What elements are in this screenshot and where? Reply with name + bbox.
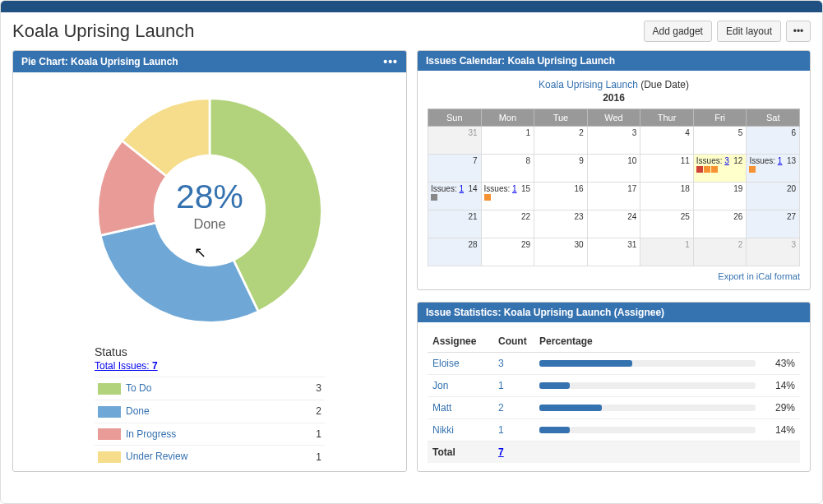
assignee-link[interactable]: Nikki [432,424,454,436]
stats-row: Matt229% [428,397,800,419]
donut-chart[interactable]: 28% Done ↖ [86,87,333,334]
calendar-day[interactable]: 12Issues: 3 [693,155,747,183]
dashboard-header: Koala Uprising Launch Add gadget Edit la… [1,12,822,50]
stats-gadget-title: Issue Statistics: Koala Uprising Launch … [426,307,664,318]
calendar-day[interactable]: 7 [428,155,482,183]
add-gadget-button[interactable]: Add gadget [644,21,712,42]
count-link[interactable]: 2 [498,402,504,414]
pie-gadget-menu-icon[interactable]: ••• [383,55,398,68]
weekday-header: Fri [693,109,747,127]
day-number: 14 [468,184,477,193]
day-number: 2 [738,240,743,249]
calendar-table: SunMonTueWedThurFriSat 31123456789101112… [428,109,800,266]
count-link[interactable]: 1 [498,424,504,436]
calendar-day[interactable]: 13Issues: 1 [747,155,800,183]
day-number: 9 [579,156,584,165]
total-issues-prefix: Total Issues: [95,360,152,372]
day-number: 6 [791,128,796,137]
calendar-day[interactable]: 15Issues: 1 [481,183,534,210]
calendar-day[interactable]: 5 [693,127,747,155]
issues-count-link[interactable]: 1 [512,184,517,193]
weekday-header: Sun [428,109,482,127]
calendar-day[interactable]: 9 [534,155,588,183]
edit-layout-button[interactable]: Edit layout [717,21,781,42]
count-link[interactable]: 1 [498,380,504,391]
calendar-day[interactable]: 2 [693,238,747,266]
pie-chart-gadget: Pie Chart: Koala Uprising Launch ••• 28%… [12,50,407,472]
day-number: 4 [685,128,690,137]
calendar-day[interactable]: 19 [693,183,747,210]
issue-statistics-gadget: Issue Statistics: Koala Uprising Launch … [417,302,811,472]
status-count: 1 [300,423,325,446]
status-row: Under Review1 [95,446,325,468]
calendar-day[interactable]: 24 [587,210,640,238]
day-number: 26 [733,212,742,221]
calendar-day[interactable]: 26 [693,210,747,238]
count-link[interactable]: 3 [498,358,504,369]
assignee-link[interactable]: Eloise [432,358,460,369]
status-link[interactable]: Under Review [126,451,187,462]
percent-value: 43% [761,353,800,375]
status-link[interactable]: To Do [126,382,151,394]
cursor-icon: ↖ [194,244,206,261]
issues-count-label: Issues: [431,184,459,193]
calendar-day[interactable]: 14Issues: 1 [428,183,482,210]
total-count-link[interactable]: 7 [498,446,504,458]
calendar-day[interactable]: 2 [534,127,588,155]
status-row: To Do3 [95,377,325,400]
calendar-gadget-title: Issues Calendar: Koala Uprising Launch [426,55,615,67]
issues-count-link[interactable]: 1 [778,156,783,165]
day-number: 28 [468,240,477,249]
calendar-day[interactable]: 31 [587,238,640,266]
calendar-day[interactable]: 8 [481,155,534,183]
col-percentage: Percentage [534,331,761,353]
calendar-day[interactable]: 28 [428,238,482,266]
issues-calendar-gadget: Issues Calendar: Koala Uprising Launch K… [417,50,811,290]
calendar-day[interactable]: 3 [747,238,800,266]
assignee-link[interactable]: Matt [432,402,451,414]
calendar-day[interactable]: 29 [481,238,534,266]
calendar-day[interactable]: 30 [534,238,588,266]
calendar-day[interactable]: 4 [640,127,694,155]
issue-block [431,194,437,201]
calendar-day[interactable]: 20 [747,183,800,210]
calendar-day[interactable]: 6 [747,127,800,155]
calendar-day[interactable]: 31 [428,127,482,155]
calendar-day[interactable]: 10 [587,155,640,183]
status-swatch [98,406,121,418]
calendar-day[interactable]: 1 [481,127,534,155]
more-actions-button[interactable]: ••• [786,21,811,42]
calendar-year: 2016 [428,92,800,104]
calendar-day[interactable]: 3 [587,127,640,155]
calendar-day[interactable]: 18 [640,183,694,210]
calendar-day[interactable]: 21 [428,210,482,238]
status-row: Done2 [95,400,325,423]
assignee-link[interactable]: Jon [432,380,448,391]
day-number: 16 [575,184,584,193]
calendar-day[interactable]: 1 [640,238,694,266]
calendar-day[interactable]: 25 [640,210,694,238]
issues-count-link[interactable]: 3 [724,156,729,165]
issues-count-link[interactable]: 1 [459,184,464,193]
status-link[interactable]: Done [126,405,150,417]
calendar-day[interactable]: 16 [534,183,588,210]
day-number: 17 [627,184,636,193]
calendar-project-link[interactable]: Koala Uprising Launch [539,79,638,90]
day-number: 15 [521,184,530,193]
issue-block [711,166,718,173]
calendar-day[interactable]: 17 [587,183,640,210]
calendar-day[interactable]: 27 [747,210,800,238]
calendar-day[interactable]: 22 [481,210,534,238]
top-bar [1,1,822,12]
status-count: 1 [300,446,325,468]
calendar-due-suffix: (Due Date) [640,79,689,90]
total-issues-link[interactable]: Total Issues: 7 [95,360,158,372]
calendar-day[interactable]: 23 [534,210,588,238]
export-ical-link[interactable]: Export in iCal format [718,271,800,281]
calendar-day[interactable]: 11 [640,155,694,183]
day-number: 25 [681,212,690,221]
percent-bar [539,427,756,433]
issues-count-label: Issues: [749,156,777,165]
donut-center-label: Done [193,216,225,231]
status-link[interactable]: In Progress [126,428,176,440]
